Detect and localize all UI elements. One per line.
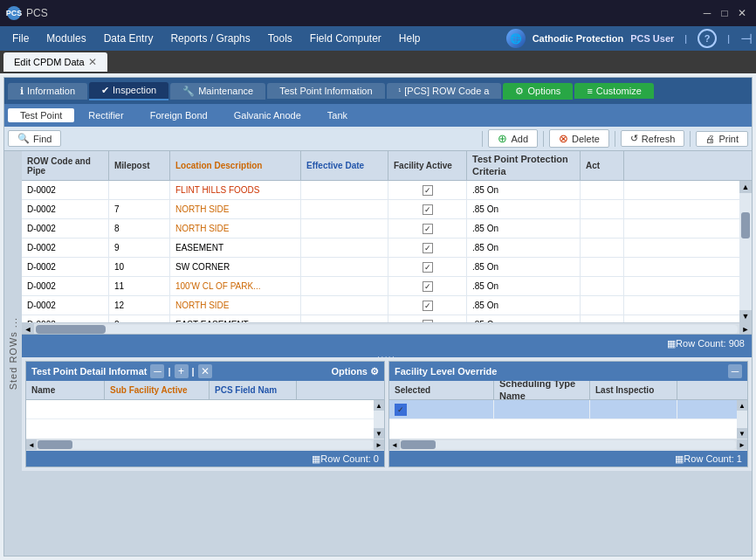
panel2-hscroll[interactable]: ◄ ► <box>389 439 747 451</box>
tab-label: Edit CPDM Data <box>14 57 85 67</box>
table-row[interactable]: D-0002 9 EASEMENT .85 On <box>22 239 752 258</box>
menu-file[interactable]: File <box>3 29 38 48</box>
table-vscroll[interactable]: ▲ ▼ <box>739 181 752 322</box>
refresh-button[interactable]: ↺ Refresh <box>621 130 685 147</box>
panel1-hs-left[interactable]: ◄ <box>26 439 37 450</box>
panel1-vscroll-up[interactable]: ▲ <box>374 400 384 411</box>
tool-tab-testpoint[interactable]: Test Point <box>8 108 74 122</box>
tool-tab-rectifier[interactable]: Rectifier <box>76 108 135 122</box>
panel2-hs-track[interactable] <box>401 440 736 449</box>
table-row[interactable]: D-0002 8 NORTH SIDE .85 On <box>22 219 752 239</box>
panel1-hs-right[interactable]: ► <box>374 439 384 450</box>
tool-tab-foreign-bond[interactable]: Foreign Bond <box>138 108 220 122</box>
tab-options[interactable]: ⚙ Options <box>503 83 573 100</box>
add-icon: ⊕ <box>498 132 507 145</box>
tab-inspection[interactable]: ✔ Inspection <box>89 82 168 100</box>
menu-help[interactable]: Help <box>390 29 430 48</box>
tool-tab-galvanic[interactable]: Galvanic Anode <box>222 108 313 122</box>
panel2-vscroll[interactable]: ▲ ▼ <box>737 400 747 439</box>
exit-button[interactable]: ⊣ <box>740 31 753 47</box>
panel2-hs-thumb[interactable] <box>401 440 436 449</box>
panel1-vscroll-down[interactable]: ▼ <box>374 428 384 439</box>
panel1-delete-btn[interactable]: ✕ <box>198 364 212 378</box>
cell-effective <box>301 181 388 199</box>
panel2-row[interactable] <box>389 400 747 419</box>
table-row[interactable]: D-0002 10 SW CORNER .85 On <box>22 258 752 277</box>
panel1-minimize-btn[interactable]: ─ <box>150 364 164 378</box>
hscroll-thumb[interactable] <box>36 325 106 334</box>
tab-edit-cpdm[interactable]: Edit CPDM Data ✕ <box>3 52 107 72</box>
panel1-hscroll[interactable]: ◄ ► <box>26 439 384 451</box>
table-row[interactable]: D-0003 2 EAST EASEMENT .85 On <box>22 315 752 322</box>
app-name: Cathodic Protection <box>533 33 624 44</box>
vscroll-track[interactable] <box>739 193 752 310</box>
tab-maintenance[interactable]: 🔧 Maintenance <box>170 83 265 100</box>
wrench-icon: 🔧 <box>182 86 195 97</box>
vscroll-down-btn[interactable]: ▼ <box>739 310 752 322</box>
panel1-vscroll[interactable]: ▲ ▼ <box>374 400 384 439</box>
tool-tab-tank[interactable]: Tank <box>315 108 360 122</box>
vscroll-up-btn[interactable]: ▲ <box>739 181 752 193</box>
menu-reports-graphs[interactable]: Reports / Graphs <box>162 29 258 48</box>
panel1-footer: ▦ Row Count: 0 <box>26 451 384 467</box>
cell-location: NORTH SIDE <box>170 200 301 218</box>
col-scroll-spacer <box>624 151 636 180</box>
menu-tools[interactable]: Tools <box>259 29 301 48</box>
hscroll-left-btn[interactable]: ◄ <box>22 323 34 335</box>
panel2-vscroll-track[interactable] <box>737 411 747 428</box>
customize-icon: ≡ <box>587 86 592 96</box>
panel1-body: ▲ ▼ <box>26 400 384 439</box>
table-hscroll[interactable]: ◄ ► <box>22 322 752 335</box>
hscroll-right-btn[interactable]: ► <box>739 323 752 335</box>
maximize-button[interactable]: □ <box>718 6 732 20</box>
menu-modules[interactable]: Modules <box>38 29 94 48</box>
panel1-add-btn[interactable]: + <box>175 364 189 378</box>
tab-close-icon[interactable]: ✕ <box>88 56 97 68</box>
menu-bar: File Modules Data Entry Reports / Graphs… <box>0 26 756 51</box>
panel1-sep2: | <box>192 366 195 377</box>
menu-data-entry[interactable]: Data Entry <box>95 29 162 48</box>
panel1-vscroll-track[interactable] <box>374 411 384 428</box>
tab-pcs-row[interactable]: ¹ [PCS] ROW Code a <box>387 83 502 99</box>
panel2-hs-left[interactable]: ◄ <box>389 439 400 450</box>
selected-checkbox <box>395 404 407 416</box>
options-gear-icon: ⚙ <box>370 366 379 377</box>
cell-effective <box>301 277 388 295</box>
tab-customize[interactable]: ≡ Customize <box>574 83 653 99</box>
panel1-sep: | <box>168 366 170 377</box>
delete-button[interactable]: ⊗ Delete <box>549 129 609 148</box>
add-button[interactable]: ⊕ Add <box>488 129 538 148</box>
refresh-label: Refresh <box>642 134 676 144</box>
cell-act <box>581 239 624 257</box>
tab-information[interactable]: ℹ Information <box>8 83 87 100</box>
vscroll-thumb[interactable] <box>741 212 750 239</box>
table-body[interactable]: D-0002 FLINT HILLS FOODS .85 On D-0002 7 <box>22 181 752 322</box>
tab-customize-label: Customize <box>596 86 642 96</box>
table-row[interactable]: D-0002 7 NORTH SIDE .85 On <box>22 200 752 219</box>
print-button[interactable]: 🖨 Print <box>696 131 748 147</box>
table-row[interactable]: D-0002 11 100'W CL OF PARK... .85 On <box>22 277 752 296</box>
find-button[interactable]: 🔍 Find <box>8 130 61 147</box>
minimize-button[interactable]: ─ <box>700 6 714 20</box>
help-button[interactable]: ? <box>698 29 717 48</box>
cell-location: NORTH SIDE <box>170 219 301 238</box>
panel2-col-last: Last Inspectio <box>590 381 677 399</box>
close-button[interactable]: ✕ <box>735 6 749 20</box>
tab-test-point-info[interactable]: Test Point Information <box>267 83 384 99</box>
title-bar-title: PCS <box>26 7 48 19</box>
data-table: ROW Code and Pipe Milepost Location Desc… <box>22 151 752 335</box>
panel2-vscroll-down[interactable]: ▼ <box>737 428 747 439</box>
main-body: Sted ROWs ... ROW Code and Pipe Milepost… <box>4 151 752 556</box>
panel2-grid-icon: ▦ <box>675 453 684 465</box>
panel1-hs-thumb[interactable] <box>38 440 72 449</box>
panel2-vscroll-up[interactable]: ▲ <box>737 400 747 411</box>
table-row[interactable]: D-0002 12 NORTH SIDE .85 On <box>22 296 752 315</box>
panel2-hs-right[interactable]: ► <box>737 439 747 450</box>
print-label: Print <box>718 134 739 144</box>
table-row[interactable]: D-0002 FLINT HILLS FOODS .85 On <box>22 181 752 200</box>
hscroll-track[interactable] <box>36 325 738 334</box>
panel1-hs-track[interactable] <box>38 440 373 449</box>
sub-tabs: ℹ Information ✔ Inspection 🔧 Maintenance… <box>4 78 752 104</box>
panel2-minimize-btn[interactable]: ─ <box>728 364 742 378</box>
menu-field-computer[interactable]: Field Computer <box>301 29 390 48</box>
